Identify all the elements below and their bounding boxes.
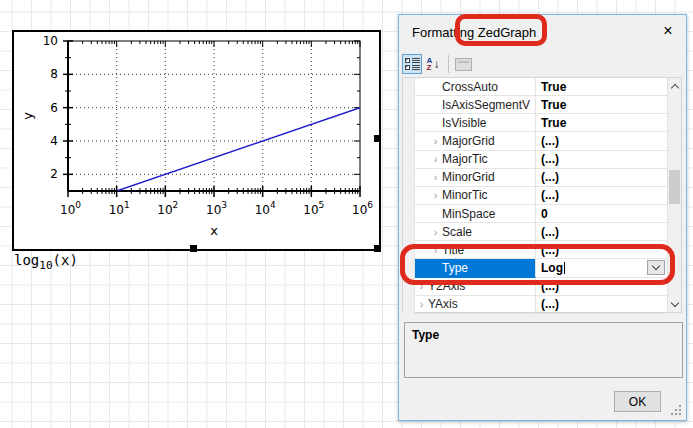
description-panel: Type	[404, 322, 683, 378]
property-pages-button[interactable]	[453, 54, 473, 74]
dialog-title: Formatting ZedGraph	[412, 25, 536, 40]
categorized-button[interactable]	[402, 54, 422, 74]
row-margin	[403, 241, 415, 259]
expand-chevron-icon[interactable]: ›	[429, 135, 442, 147]
property-name: YAxis	[428, 297, 458, 311]
property-value: True	[541, 98, 566, 112]
property-row-minspace[interactable]: MinSpace0	[403, 205, 667, 223]
property-name: CrossAuto	[442, 80, 498, 94]
zedgraph-chart: 108642100101102103104105106xy	[14, 32, 379, 249]
property-row-isaxissegmentv[interactable]: IsAxisSegmentVTrue	[403, 96, 667, 114]
resize-handle-right[interactable]	[374, 135, 381, 142]
row-margin	[403, 205, 415, 223]
property-value: (...)	[541, 243, 559, 257]
row-margin	[403, 278, 415, 296]
svg-text:y: y	[20, 112, 35, 120]
svg-text:8: 8	[50, 67, 58, 81]
property-value: (...)	[541, 297, 559, 311]
expand-chevron-icon[interactable]: ›	[429, 244, 442, 256]
property-value[interactable]: Log	[541, 261, 563, 275]
svg-text:x: x	[210, 223, 218, 238]
property-row-title[interactable]: ›Title(...)	[403, 241, 667, 259]
property-value: (...)	[541, 152, 559, 166]
expand-chevron-icon[interactable]: ›	[429, 153, 442, 165]
property-name: MajorGrid	[442, 134, 495, 148]
svg-text:104: 104	[255, 200, 276, 217]
property-name: IsAxisSegmentV	[442, 98, 530, 112]
row-margin	[403, 259, 415, 277]
text-caret	[564, 262, 565, 274]
property-row-minortic[interactable]: ›MinorTic(...)	[403, 187, 667, 205]
property-row-yaxis[interactable]: ›YAxis(...)	[403, 296, 667, 314]
property-grid: CrossAutoTrueIsAxisSegmentVTrueIsVisible…	[402, 77, 667, 313]
formatting-dialog: Formatting ZedGraph × AZ ↓ CrossAutoTrue…	[398, 14, 687, 421]
svg-text:4: 4	[50, 134, 58, 148]
row-margin	[403, 296, 415, 314]
close-icon[interactable]: ×	[658, 21, 678, 41]
row-margin	[403, 151, 415, 169]
description-title: Type	[412, 328, 675, 342]
property-value: (...)	[541, 279, 559, 293]
alphabetical-sort-icon: AZ ↓	[427, 57, 440, 71]
property-row-crossauto[interactable]: CrossAutoTrue	[403, 78, 667, 96]
function-label: log10(x)	[14, 252, 78, 272]
row-margin	[403, 114, 415, 132]
expand-chevron-icon[interactable]: ›	[429, 226, 442, 238]
property-row-y2axis[interactable]: ›Y2Axis(...)	[403, 278, 667, 296]
ok-button[interactable]: OK	[614, 391, 661, 412]
svg-text:6: 6	[50, 101, 58, 115]
svg-text:106: 106	[352, 200, 373, 217]
expand-chevron-icon[interactable]: ›	[429, 189, 442, 201]
property-name: MinorGrid	[442, 170, 495, 184]
property-name: MinorTic	[442, 188, 488, 202]
property-row-majorgrid[interactable]: ›MajorGrid(...)	[403, 132, 667, 150]
row-margin	[403, 96, 415, 114]
dropdown-button[interactable]	[647, 260, 665, 275]
svg-text:103: 103	[206, 200, 227, 217]
property-value: True	[541, 80, 566, 94]
property-value: (...)	[541, 134, 559, 148]
expand-chevron-icon[interactable]: ›	[415, 298, 428, 310]
property-pages-icon	[455, 58, 472, 71]
svg-text:100: 100	[60, 200, 81, 217]
categorized-icon	[405, 58, 420, 70]
row-margin	[403, 78, 415, 96]
resize-handle-bottom-right[interactable]	[374, 245, 381, 252]
expand-chevron-icon[interactable]: ›	[415, 280, 428, 292]
expand-chevron-icon[interactable]: ›	[429, 171, 442, 183]
property-row-minorgrid[interactable]: ›MinorGrid(...)	[403, 169, 667, 187]
property-row-isvisible[interactable]: IsVisibleTrue	[403, 114, 667, 132]
property-name: MajorTic	[442, 152, 488, 166]
resize-grip[interactable]	[671, 405, 683, 417]
property-grid-toolbar: AZ ↓	[402, 51, 682, 77]
zedgraph-control[interactable]: 108642100101102103104105106xy	[12, 30, 381, 251]
row-margin	[403, 169, 415, 187]
property-name: IsVisible	[442, 116, 486, 130]
svg-text:10: 10	[43, 34, 58, 48]
svg-text:2: 2	[50, 167, 58, 181]
row-margin	[403, 187, 415, 205]
scrollbar-up-icon[interactable]	[668, 78, 681, 94]
property-value: 0	[541, 207, 548, 221]
row-margin	[403, 132, 415, 150]
svg-text:105: 105	[303, 200, 324, 217]
property-name: Title	[442, 243, 464, 257]
dialog-titlebar[interactable]: Formatting ZedGraph ×	[399, 15, 686, 53]
property-row-scale[interactable]: ›Scale(...)	[403, 223, 667, 241]
property-value: (...)	[541, 225, 559, 239]
property-value: True	[541, 116, 566, 130]
scrollbar-down-icon[interactable]	[668, 296, 681, 312]
row-margin	[403, 223, 415, 241]
property-name: Type	[442, 261, 468, 275]
svg-text:102: 102	[157, 200, 178, 217]
scrollbar[interactable]	[667, 77, 682, 313]
scrollbar-thumb[interactable]	[669, 170, 680, 204]
alphabetical-sort-button[interactable]: AZ ↓	[423, 54, 443, 74]
svg-text:101: 101	[109, 200, 130, 217]
property-name: Y2Axis	[428, 279, 465, 293]
resize-handle-bottom[interactable]	[190, 245, 197, 252]
property-value: (...)	[541, 188, 559, 202]
chevron-down-icon	[652, 262, 660, 270]
property-row-type[interactable]: TypeLog	[403, 259, 667, 277]
property-row-majortic[interactable]: ›MajorTic(...)	[403, 151, 667, 169]
